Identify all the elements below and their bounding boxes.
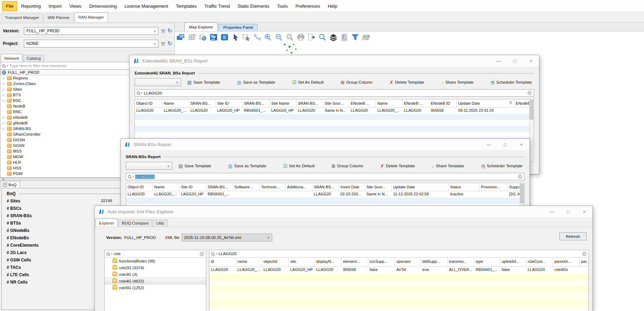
column-header-objectid[interactable]: objectId <box>262 258 289 266</box>
map-marker[interactable] <box>293 44 294 45</box>
menu-item-dimensioning[interactable]: Dimensioning <box>85 1 121 11</box>
column-header-site-name[interactable]: Site Name <box>270 99 297 107</box>
close-button[interactable]: × <box>513 139 529 150</box>
column-header-uplink64[interactable]: uplink64... <box>500 258 526 266</box>
share-template-button[interactable]: ↓Share Template <box>441 80 474 85</box>
menu-item-tools[interactable]: Tools <box>273 1 292 11</box>
expand-arrow-icon[interactable]: ▷ <box>2 99 6 102</box>
expand-arrow-icon[interactable]: ▷ <box>2 116 6 119</box>
map-marker[interactable] <box>284 44 286 45</box>
refresh-version-icon[interactable]: ↻ <box>168 28 172 34</box>
print-icon[interactable] <box>296 33 305 41</box>
column-header-name[interactable]: Name <box>153 183 180 191</box>
expand-arrow-icon[interactable]: ▷ <box>2 122 6 125</box>
column-header-site-sour[interactable]: Site Sour... <box>365 183 392 191</box>
column-header-object-id[interactable]: Object ID <box>126 183 153 191</box>
google-earth-icon[interactable]: 8 <box>220 33 229 41</box>
refresh-project-icon[interactable]: ↻ <box>168 41 172 46</box>
expand-arrow-icon[interactable]: ▷ <box>2 93 6 97</box>
delete-template-button[interactable]: ✗Delete Template <box>380 164 415 168</box>
column-header-provision[interactable]: Provision... <box>480 183 508 191</box>
element-search-input[interactable]: ▾ LLAGG20 ✕ <box>209 250 588 258</box>
menu-item-preferences[interactable]: Preferences <box>292 1 324 11</box>
save-as-template-button[interactable]: ▥Save as Template <box>237 80 275 85</box>
report-search-input[interactable]: ▾ LLAGG20 ✕ <box>126 173 525 180</box>
menu-item-traffic-trend[interactable]: Traffic Trend <box>201 1 234 11</box>
xml-file-dropdown[interactable]: 2025-11-10-08.00.25_AirTel.xml ∨ <box>182 234 272 241</box>
window-titlebar[interactable]: Extended4G SRAN_BSs Report — □ × <box>130 55 539 67</box>
tree-tab-network[interactable]: Network <box>1 54 22 62</box>
column-header-enodeb[interactable]: ENodeB ... <box>403 99 429 107</box>
column-header-element[interactable]: element... <box>341 258 368 266</box>
menu-item-reporting[interactable]: Reporting <box>17 1 45 11</box>
column-header-parentx[interactable]: parentX... <box>553 258 580 266</box>
column-header-update-date[interactable]: Update Date <box>457 99 514 107</box>
clear-search-icon[interactable]: ✕ <box>582 252 587 256</box>
save-template-button[interactable]: ▤Save Template <box>187 80 220 85</box>
folder-item-role2g-3374[interactable]: role2G (3374) <box>105 264 206 271</box>
group-column-button[interactable]: ⊞Group Column <box>341 80 373 85</box>
menu-item-help[interactable]: Help <box>324 1 341 11</box>
template-dropdown[interactable]: ∨ <box>126 162 172 170</box>
map-tab-properties-panel[interactable]: Properties Panel <box>219 24 258 31</box>
minimize-button[interactable]: — <box>544 206 560 218</box>
folder-item-role4g-4622[interactable]: role4G (4622) <box>105 278 206 284</box>
table-row[interactable]: LLAGG20LLAGG20_...LAGG20_HPRBS6601_...LL… <box>126 191 524 197</box>
column-header-sran-bs[interactable]: SRAN-BS... <box>312 183 339 191</box>
tab-boq[interactable]: ✕ BoQ <box>1 181 20 188</box>
column-header-icicsupp[interactable]: icicSupp... <box>368 258 395 266</box>
column-header-operator[interactable]: operator <box>395 258 421 266</box>
menu-item-import[interactable]: Import <box>45 1 65 11</box>
app-tab-ran-manager[interactable]: RAN Manager <box>74 12 108 22</box>
importer-tab-boq-compare[interactable]: BOQ Compare <box>118 220 152 227</box>
close-button[interactable]: × <box>576 206 592 218</box>
importer-tab-explorer[interactable]: Explorer <box>96 219 118 227</box>
layers-icon[interactable] <box>329 33 338 41</box>
legend-icon[interactable] <box>340 33 349 41</box>
table-row[interactable]: LLAGG20LLAGG20_...LLAGG20LAGG20_HPRBS660… <box>135 108 534 114</box>
zoom-window-icon[interactable] <box>285 33 294 41</box>
column-header-update-date[interactable]: Update Date <box>392 183 449 191</box>
select-region-icon[interactable] <box>242 33 251 41</box>
tree-tab-catalog[interactable]: Catalog <box>23 55 44 62</box>
column-header-technolo[interactable]: Technolo... <box>260 183 286 191</box>
scheduler-template-button[interactable]: ◷Scheduler Template <box>481 164 522 168</box>
report-search-input[interactable]: ▾ LLAGG20 ✕ <box>135 89 534 97</box>
map-marker[interactable] <box>295 48 297 50</box>
export-icon[interactable] <box>307 33 316 41</box>
column-header-rolecont[interactable]: roleCont... <box>526 258 553 266</box>
column-header-additiona[interactable]: Additiona... <box>286 183 312 191</box>
column-header-sran-bs[interactable]: SRAN-BS... <box>242 99 270 107</box>
menu-item-file[interactable]: File <box>2 1 17 11</box>
column-header-displayn[interactable]: displayN... <box>315 258 341 266</box>
column-header-enodeb[interactable]: ENodeB ... <box>349 99 376 107</box>
set-as-default-button[interactable]: ☑Set As Default <box>292 80 324 85</box>
window-titlebar[interactable]: Auto Importer Xml Files Explorer — □ × <box>95 206 592 218</box>
importer-tab-utils[interactable]: Utils <box>153 220 168 227</box>
version-dropdown[interactable]: FULL_HP_PROD ∨ <box>24 27 158 35</box>
column-header-site-id[interactable]: Site ID <box>180 183 206 191</box>
column-header-site[interactable]: site <box>289 258 315 266</box>
menu-item-license-management[interactable]: License Management <box>121 1 172 11</box>
cursor-icon[interactable] <box>231 33 240 41</box>
copy-map-icon[interactable] <box>198 33 207 41</box>
close-button[interactable]: × <box>523 55 539 67</box>
column-header-enodeb-id[interactable]: ENodeB ID <box>429 99 457 107</box>
folder-search-input[interactable]: ▾ role ✕ <box>105 250 206 258</box>
zoom-in-icon[interactable] <box>264 33 272 41</box>
project-dropdown[interactable]: NONE ∨ <box>24 40 158 47</box>
maximize-button[interactable]: □ <box>497 139 513 150</box>
wireframe-cube-icon[interactable] <box>187 33 196 41</box>
expand-arrow-icon[interactable]: ▷ <box>2 77 6 80</box>
map-marker[interactable] <box>291 52 292 54</box>
filter-funnel-icon[interactable] <box>509 101 513 107</box>
search-icon[interactable] <box>318 33 327 41</box>
minimize-button[interactable]: — <box>490 55 507 67</box>
column-header-name[interactable]: Name <box>376 99 403 107</box>
column-header-id[interactable]: id <box>209 258 236 266</box>
column-header-software[interactable]: Software... <box>233 183 260 191</box>
configure-version-icon[interactable]: ⚒ <box>161 28 165 34</box>
column-header-par[interactable]: par... <box>580 258 589 266</box>
menu-item-static-elements[interactable]: Static Elements <box>234 1 273 11</box>
zoom-out-icon[interactable] <box>274 33 283 41</box>
